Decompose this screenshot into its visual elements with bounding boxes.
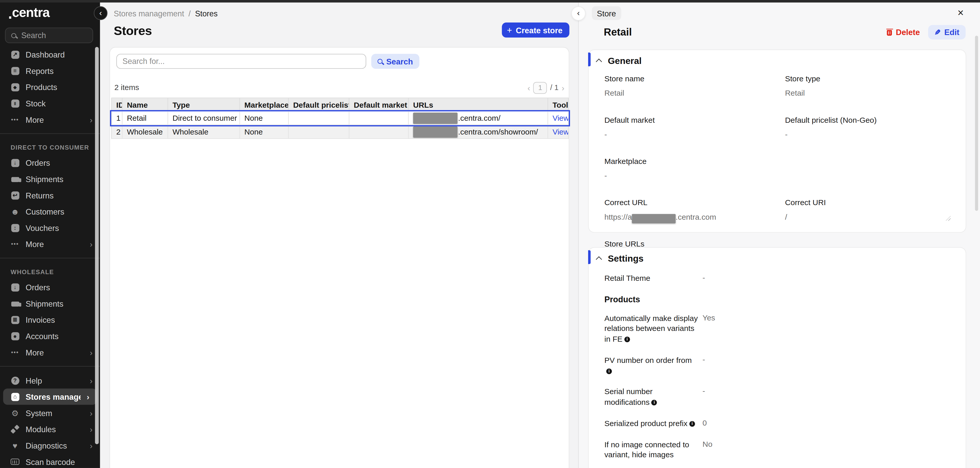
field-value: Retail: [605, 89, 773, 97]
setting-label: Serialized product prefix: [605, 418, 703, 429]
sidebar-item-scan-barcode[interactable]: Scan barcode: [0, 454, 100, 468]
sidebar-item-more[interactable]: •••More›: [0, 236, 100, 252]
sidebar-item-invoices[interactable]: ≣Invoices: [0, 311, 100, 328]
sidebar-collapse-button[interactable]: ‹: [94, 6, 108, 20]
more-icon: •••: [11, 349, 19, 355]
field-value: -: [785, 130, 953, 139]
sidebar-item-returns[interactable]: ↩Returns: [0, 187, 100, 203]
table-cell: View: [548, 111, 569, 125]
sidebar-item-dashboard[interactable]: ↗Dashboard: [0, 46, 100, 63]
pencil-icon: ✎: [934, 29, 941, 36]
sidebar-item-diagnostics[interactable]: ♥Diagnostics›: [0, 437, 100, 454]
edit-button[interactable]: ✎ Edit: [928, 25, 966, 39]
table-cell: Wholesale: [168, 125, 240, 139]
setting-label: Retail Theme: [605, 273, 703, 284]
breadcrumb-root[interactable]: Stores management: [114, 10, 184, 18]
shipments-icon: [11, 177, 19, 182]
settings-section: Settings Retail Theme-ProductsAutomatica…: [588, 247, 966, 468]
reports-icon: ≡: [11, 67, 19, 75]
delete-button[interactable]: Delete: [887, 28, 920, 37]
pagination-next-icon[interactable]: ›: [562, 83, 564, 92]
chevron-right-icon: ›: [87, 392, 89, 401]
centra-logo: .centra: [8, 5, 49, 20]
shipments-icon: [11, 301, 19, 307]
column-header-default-pricelist: Default pricelist: [289, 98, 349, 111]
sidebar-item-more[interactable]: •••More›: [0, 111, 100, 128]
info-icon[interactable]: [606, 368, 612, 374]
sidebar-item-system[interactable]: ⚙System›: [0, 405, 100, 421]
sidebar-item-modules[interactable]: Modules›: [0, 421, 100, 437]
field-value: /: [785, 213, 953, 222]
sidebar-item-customers[interactable]: ☻Customers: [0, 203, 100, 220]
sidebar-item-reports[interactable]: ≡Reports: [0, 63, 100, 79]
field-store-type: Store typeRetail: [785, 74, 966, 98]
view-link[interactable]: View: [553, 113, 569, 122]
main-content: Stores management / Stores Stores + Crea…: [100, 3, 578, 468]
stores-table: IDNameTypeMarketplaceDefault pricelistDe…: [111, 98, 569, 139]
sidebar-item-label: Dashboard: [25, 50, 94, 59]
search-input[interactable]: Search for...: [116, 54, 366, 69]
sidebar-item-help[interactable]: ?Help›: [0, 372, 100, 389]
field-default-pricelist-non-geo-: Default pricelist (Non-Geo)-: [785, 116, 966, 139]
logo-dot: .: [8, 5, 12, 22]
url-suffix: .centra.com/: [458, 113, 501, 122]
panel-scrollbar[interactable]: [975, 35, 978, 211]
column-header-type: Type: [168, 98, 240, 111]
sidebar-nav: ↗Dashboard≡Reports◆Products‖Stock•••More…: [0, 46, 100, 468]
items-count: 2 items: [115, 83, 139, 92]
sidebar-item-label: Vouchers: [25, 223, 94, 232]
info-icon[interactable]: [624, 337, 630, 342]
sidebar-item-label: Shipments: [25, 299, 94, 308]
view-link[interactable]: View: [553, 127, 569, 136]
sidebar-item-label: More: [25, 240, 84, 249]
sidebar-item-shipments[interactable]: Shipments: [0, 171, 100, 187]
collapse-section-icon[interactable]: [596, 257, 601, 262]
setting-value: No: [703, 439, 778, 461]
chevron-right-icon: ›: [90, 240, 92, 249]
general-section: General Store nameRetailStore typeRetail…: [588, 50, 966, 233]
pagination-prev-icon[interactable]: ‹: [528, 83, 530, 92]
sidebar-scrollbar[interactable]: [95, 47, 99, 444]
chevron-right-icon: ›: [90, 115, 92, 124]
info-icon[interactable]: [689, 421, 695, 426]
table-cell: [289, 111, 349, 125]
sidebar-item-stock[interactable]: ‖Stock: [0, 95, 100, 112]
sidebar-item-label: Accounts: [25, 331, 94, 341]
invoices-icon: ≣: [11, 316, 19, 324]
collapse-section-icon[interactable]: [596, 59, 601, 64]
nav-divider: [0, 258, 100, 258]
info-icon[interactable]: [651, 400, 657, 405]
panel-collapse-button[interactable]: ‹: [571, 6, 585, 21]
table-row[interactable]: 1RetailDirect to consumerNone.centra.com…: [111, 111, 569, 125]
sidebar-item-orders[interactable]: ↓Orders: [0, 155, 100, 171]
sidebar-item-more[interactable]: •••More›: [0, 344, 100, 361]
setting-value: -: [703, 387, 778, 408]
field-label: Correct URI: [785, 198, 953, 207]
redacted-url-block: [413, 112, 458, 123]
sidebar-search-input[interactable]: Search: [5, 28, 93, 43]
table-cell: Wholesale: [123, 125, 169, 139]
sidebar-item-products[interactable]: ◆Products: [0, 79, 100, 95]
chevron-right-icon: ›: [90, 348, 92, 357]
sidebar-item-vouchers[interactable]: :Vouchers: [0, 220, 100, 236]
setting-serial-number-modifications: Serial number modifications-: [605, 387, 966, 408]
search-button[interactable]: Search: [371, 54, 419, 69]
table-header-row: IDNameTypeMarketplaceDefault pricelistDe…: [111, 98, 569, 111]
sidebar-item-label: More: [25, 348, 84, 357]
table-row[interactable]: 2WholesaleWholesaleNone.centra.com/showr…: [111, 125, 569, 139]
sidebar-item-orders[interactable]: ↓Orders: [0, 279, 100, 295]
field-label: Correct URL: [605, 198, 773, 207]
field-correct-url: Correct URLhttps://a.centra.com: [605, 198, 785, 222]
close-icon[interactable]: ×: [958, 7, 964, 18]
sidebar-item-accounts[interactable]: ☻Accounts: [0, 328, 100, 344]
stores-management-icon: ⌂: [11, 393, 19, 401]
create-store-button[interactable]: + Create store: [502, 22, 570, 38]
sidebar-item-stores-management[interactable]: ⌂Stores management›: [3, 388, 97, 405]
plus-icon: +: [507, 25, 512, 34]
orders-icon: ↓: [11, 283, 19, 291]
table-cell: None: [240, 125, 289, 139]
sidebar-item-label: Shipments: [25, 174, 94, 184]
table-cell: Direct to consumer: [168, 111, 240, 125]
pagination-page-input[interactable]: 1: [533, 81, 547, 93]
sidebar-item-shipments[interactable]: Shipments: [0, 295, 100, 312]
